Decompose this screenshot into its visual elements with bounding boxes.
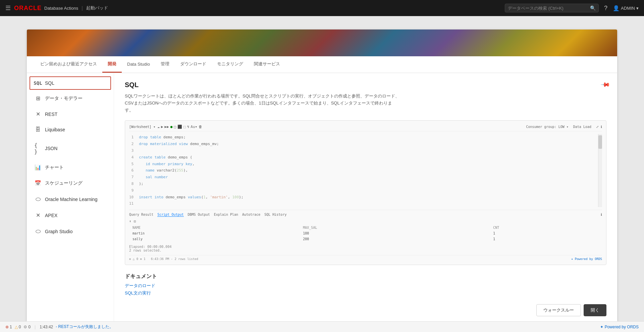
tab-datastudio[interactable]: Data Studio [122,57,155,72]
preview-footer: ⊕ △ 0 ⊕ 1 6:43:36 PM - 2 rows listed ✦ P… [129,255,602,261]
detail-title: SQL [125,81,606,89]
col-cnt: CNT [490,225,601,230]
tab-dev[interactable]: 開発 [102,56,122,73]
help-icon[interactable]: ? [604,5,607,12]
doc-title: ドキュメント [125,273,606,280]
ptab-dbms-output[interactable]: DBMS Output [188,213,210,217]
sidebar-item-oml[interactable]: ⬭ Oracle Machine Learning [27,191,114,207]
error-circle-icon: ⊗ [5,325,9,329]
navbar: ☰ ORACLE Database Actions | 起動パッド 🔍 ? 👤 … [0,0,644,16]
ptab-sql-history[interactable]: SQL History [264,213,286,217]
data-load-label[interactable]: Data Load [573,125,591,129]
tab-monitoring[interactable]: モニタリング [212,56,249,73]
navbar-subtitle: 起動パッド [86,5,108,11]
search-box[interactable]: 🔍 [505,4,599,12]
navbar-separator: | [82,5,83,11]
preview-tabs: Query Result Script Output DBMS Output E… [129,213,602,217]
doc-link-sql-exec[interactable]: SQL文の実行 [125,290,606,296]
content-layout: SQL SQL ⊞ データ・モデラー ✕ REST 🗄 Liquibase { … [27,73,617,324]
sidebar-item-sql-label: SQL [45,80,54,86]
preview-footer-right: ✦ Powered by ORDS [571,257,602,261]
walkthrough-button[interactable]: ウォークスルー [536,304,581,316]
sidebar-item-chart[interactable]: 📊 チャート [27,159,114,175]
sidebar-item-json-label: JSON [45,146,57,151]
sidebar-item-sql[interactable]: SQL SQL [30,76,111,90]
sidebar-item-apex[interactable]: ✕ APEX [27,207,114,223]
tab-download[interactable]: ダウンロード [175,56,212,73]
sidebar-item-json[interactable]: { } JSON [27,137,114,159]
oml-icon: ⬭ [34,196,42,203]
status-bar: ⊗ 1 △ 0 ⚙ 0 | 1:43:42 - RESTコールが失敗しました。 … [0,321,644,332]
settings-count: 0 [28,325,31,329]
download-icon[interactable]: ⬇ [129,219,131,223]
worksheet-dropdown[interactable]: [Worksheet] ▾ [129,125,155,129]
preview-toolbar: [Worksheet] ▾ ☁ ▶ ▶▶ ● □ ⬛ ⬚ ↯ Au▾ 🗑 [129,125,602,131]
ptab-script-output[interactable]: Script Output [157,213,183,217]
sidebar-item-apex-label: APEX [45,213,57,218]
sidebar-item-liquibase-label: Liquibase [45,127,65,132]
consumer-group[interactable]: Consumer group: LOW ▾ [526,125,568,129]
db-icon: 🗄 [34,127,42,133]
gear-icon: ⚙ [23,325,27,329]
oracle-text: ORACLE [14,5,42,12]
card-banner [27,29,617,56]
chart-icon: 📊 [34,164,42,171]
apex-icon: ✕ [34,212,42,218]
sidebar-item-rest[interactable]: ✕ REST [27,106,114,122]
search-input[interactable] [508,6,588,11]
tab-pinned[interactable]: ピン留めおよび最近アクセス [35,56,102,73]
sidebar-item-oml-label: Oracle Machine Learning [45,197,97,202]
powered-by-label: Powered by ORDS [605,325,639,329]
sidebar-item-scheduling[interactable]: 📅 スケジューリング [27,175,114,191]
ptab-query-result[interactable]: Query Result [129,213,153,217]
status-powered-by: ✦ Powered by ORDS [600,325,639,329]
copy-icon[interactable]: ⊡ [134,219,136,223]
result-table: NAME MAX_SAL CNT martin 100 1 [129,224,602,242]
error-count: 1 [10,325,12,329]
tab-related[interactable]: 関連サービス [249,56,285,73]
calendar-icon: 📅 [34,180,42,186]
doc-link-data-load[interactable]: データのロード [125,283,606,289]
open-button[interactable]: 開く [584,304,606,316]
ords-icon: ✦ [600,325,603,329]
warn-indicator: △ 0 [15,325,21,329]
tab-bar: ピン留めおよび最近アクセス 開発 Data Studio 管理 ダウンロード モ… [27,56,617,73]
expand-icon[interactable]: ⤢ [596,125,599,129]
graph-icon: ⬭ [34,228,42,235]
info-icon[interactable]: ℹ [601,125,602,129]
ptab-explain-plan[interactable]: Explain Plan [214,213,238,217]
navbar-title: Database Actions [44,6,78,11]
sidebar-item-data-modeler[interactable]: ⊞ データ・モデラー [27,90,114,106]
sidebar-item-graph-label: Graph Studio [45,229,73,234]
search-icon: 🔍 [590,5,596,11]
elapsed-info: Elapsed: 00:00:00.004 2 rows selected. [129,245,602,252]
scrollbar[interactable] [598,134,602,207]
detail-panel: 📌 SQL SQLワークシートは、ほとんどの作業が行われる場所です。SQL問合せ… [114,73,617,324]
sidebar-item-graph[interactable]: ⬭ Graph Studio [27,223,114,240]
hamburger-icon[interactable]: ☰ [5,4,11,12]
user-section[interactable]: 👤 ADMIN ▾ [613,5,639,11]
navbar-right: 🔍 ? 👤 ADMIN ▾ [505,4,639,12]
error-indicator: ⊗ 1 [5,325,12,329]
table-row: sally 200 1 [130,237,601,242]
status-message[interactable]: - RESTコールが失敗しました。 [56,324,113,330]
line-numbers: 1234 5678 91011 [129,134,139,207]
preview-footer-left: ⊕ △ 0 ⊕ 1 6:43:36 PM - 2 rows listed [129,257,198,261]
sidebar-item-liquibase[interactable]: 🗄 Liquibase [27,122,114,137]
ptab-autotrace[interactable]: Autotrace [242,213,260,217]
sidebar: SQL SQL ⊞ データ・モデラー ✕ REST 🗄 Liquibase { … [27,73,114,324]
oracle-logo: ORACLE Database Actions | 起動パッド [14,5,108,12]
toolbar-icons: ☁ ▶ ▶▶ ● □ ⬛ ⬚ ↯ Au▾ 🗑 [157,125,202,129]
wrench-icon: ✕ [34,111,42,117]
code-area: 1234 5678 91011 drop table demo_emps; dr… [129,134,602,207]
warn-count: 0 [19,325,21,329]
status-divider: | [35,325,36,329]
tab-admin[interactable]: 管理 [155,56,175,73]
table-icon: ⊞ [34,95,42,102]
settings-indicator: ⚙ 0 [23,325,31,329]
navbar-left: ☰ ORACLE Database Actions | 起動パッド [5,4,108,12]
main-area: ピン留めおよび最近アクセス 開発 Data Studio 管理 ダウンロード モ… [0,16,644,332]
output-info-icon[interactable]: ℹ [601,213,602,217]
warn-triangle-icon: △ [15,325,18,329]
user-icon: 👤 [613,5,620,11]
